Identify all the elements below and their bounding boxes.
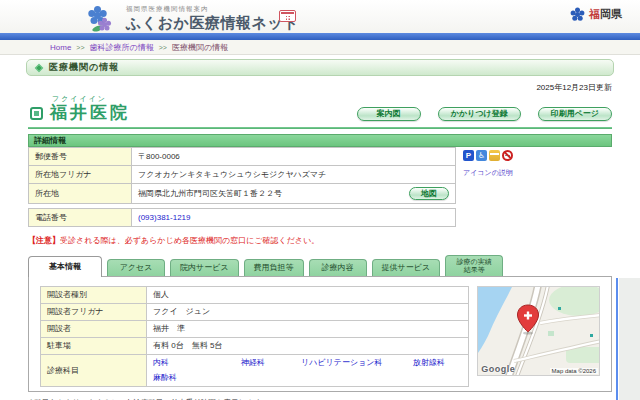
google-logo[interactable]: Google xyxy=(481,364,515,374)
info-label: 診療科目 xyxy=(41,354,147,386)
table-row: 郵便番号 〒800-0006 xyxy=(29,147,456,165)
postal-code-value: 〒800-0006 xyxy=(132,147,456,165)
pref-name: 福岡県 xyxy=(589,7,622,22)
last-updated: 2025年12月23日更新 xyxy=(28,82,612,93)
table-row: 開設者フリガナ フクイ ジュン xyxy=(41,303,469,320)
table-row: 所在地フリガナ フクオカケンキタキュウシュウシモジクヤハズマチ xyxy=(29,165,456,183)
info-label: 開設者 xyxy=(41,320,147,337)
ambulance-icon[interactable] xyxy=(279,10,296,22)
section-title-bar: 医療機関の情報 xyxy=(26,59,614,76)
table-row: 診療科目 内科 神経科 リハビリテーション科 放射線科 麻酔科 xyxy=(41,354,469,386)
table-row: 開設者 福井 準 xyxy=(41,320,469,337)
icon-help-link[interactable]: アイコンの説明 xyxy=(463,168,513,178)
no-smoking-icon xyxy=(502,150,513,161)
address-value: 福岡県北九州市門司区矢筈町１番２２号 xyxy=(138,188,282,199)
breadcrumb-dental-info[interactable]: 歯科診療所の情報 xyxy=(90,42,154,53)
details-section-header: 詳細情報 xyxy=(28,134,612,147)
table-row: 駐車場 有料 0台 無料 5台 xyxy=(41,337,469,354)
site-logo[interactable]: 福岡県医療機関情報案内 ふくおか医療情報ネット xyxy=(88,2,299,33)
info-label: 開設者種別 xyxy=(41,286,147,303)
site-title: ふくおか医療情報ネット xyxy=(126,14,299,33)
detail-label: 電話番号 xyxy=(29,208,132,226)
detail-label: 所在地 xyxy=(29,183,132,203)
address-furigana-value: フクオカケンキタキュウシュウシモジクヤハズマチ xyxy=(132,165,456,183)
location-map[interactable]: Google Map data ©2026 xyxy=(477,286,600,376)
map-button[interactable]: 地図 xyxy=(409,187,449,200)
site-tagline: 福岡県医療機関情報案内 xyxy=(126,5,299,14)
wheelchair-icon: ♿ xyxy=(476,150,487,161)
tab-access[interactable]: アクセス xyxy=(107,259,165,276)
tab-hospital-services[interactable]: 院内サービス xyxy=(170,259,239,276)
parking-value: 有料 0台 無料 5台 xyxy=(147,337,469,354)
green-divider xyxy=(28,127,612,129)
basic-info-table: 開設者種別 個人 開設者フリガナ フクイ ジュン 開設者 福井 準 駐車場 有料… xyxy=(40,286,469,387)
table-row: 所在地 福岡県北九州市門司区矢筈町１番２２号 地図 xyxy=(29,183,456,203)
credit-card-icon xyxy=(489,150,500,161)
page-right-border xyxy=(616,278,618,400)
ambulance-cross xyxy=(286,16,290,20)
detail-label: 郵便番号 xyxy=(29,147,132,165)
info-label: 駐車場 xyxy=(41,337,147,354)
map-image xyxy=(478,287,600,376)
details-table: 郵便番号 〒800-0006 所在地フリガナ フクオカケンキタキュウシュウシモジ… xyxy=(28,147,456,204)
tab-cost-burden[interactable]: 費用負担等 xyxy=(244,259,304,276)
notice-text: 【注意】受診される際は、必ずあらかじめ各医療機関の窓口にご確認ください。 xyxy=(28,235,612,246)
phone-number-link[interactable]: (093)381-1219 xyxy=(138,213,190,222)
breadcrumb-separator: >> xyxy=(76,44,84,51)
founder-furigana-value: フクイ ジュン xyxy=(147,303,469,320)
page-right-margin xyxy=(619,278,640,400)
table-row: 開設者種別 個人 xyxy=(41,286,469,303)
tab-bar: 基本情報 アクセス 院内サービス 費用負担等 診療内容 提供サービス 診療の実績… xyxy=(28,255,612,276)
pref-blossom-icon xyxy=(575,12,580,17)
tab-treatment-content[interactable]: 診療内容 xyxy=(309,259,367,276)
department-link[interactable]: 内科 xyxy=(153,357,241,368)
founder-type-value: 個人 xyxy=(147,286,469,303)
founder-name-value: 福井 準 xyxy=(147,320,469,337)
hospital-marker-icon xyxy=(30,107,43,120)
breadcrumb-current: 医療機関の情報 xyxy=(172,42,228,53)
logo-small-flower-icon xyxy=(102,22,107,27)
table-row: 電話番号 (093)381-1219 xyxy=(29,208,456,226)
phone-table: 電話番号 (093)381-1219 xyxy=(28,208,456,227)
logo-flower-icon xyxy=(94,12,101,19)
department-link[interactable]: 神経科 xyxy=(241,357,301,368)
department-link[interactable]: 麻酔科 xyxy=(153,372,213,383)
parking-icon: P xyxy=(463,150,474,161)
fukuoka-pref-logo[interactable]: 福岡県 xyxy=(570,7,622,22)
department-link[interactable]: リハビリテーション科 xyxy=(301,357,413,368)
detail-label: 所在地フリガナ xyxy=(29,165,132,183)
department-link[interactable]: 放射線科 xyxy=(413,357,459,368)
print-page-button[interactable]: 印刷用ページ xyxy=(538,107,612,121)
header-divider-bar xyxy=(0,33,640,40)
tab-provided-services[interactable]: 提供サービス xyxy=(372,259,441,276)
guide-map-button[interactable]: 案内図 xyxy=(357,107,421,121)
breadcrumb: Home >> 歯科診療所の情報 >> 医療機関の情報 xyxy=(0,40,640,55)
ambulance-stripe xyxy=(281,12,294,14)
map-attribution: Map data ©2026 xyxy=(550,368,598,374)
section-title: 医療機関の情報 xyxy=(49,61,119,74)
site-header: 福岡県医療機関情報案内 ふくおか医療情報ネット 福岡県 xyxy=(0,0,640,33)
diamond-icon xyxy=(35,63,43,71)
basic-info-panel: 開設者種別 個人 開設者フリガナ フクイ ジュン 開設者 福井 準 駐車場 有料… xyxy=(28,276,612,392)
breadcrumb-home[interactable]: Home xyxy=(50,43,71,52)
tab-treatment-results[interactable]: 診療の実績結果等 xyxy=(445,255,503,276)
tab-basic-info[interactable]: 基本情報 xyxy=(28,256,102,277)
hospital-name: 福井医院 xyxy=(50,104,130,123)
breadcrumb-separator: >> xyxy=(159,44,167,51)
kakaritsuke-register-button[interactable]: かかりつけ登録 xyxy=(438,107,521,121)
info-label: 開設者フリガナ xyxy=(41,303,147,320)
